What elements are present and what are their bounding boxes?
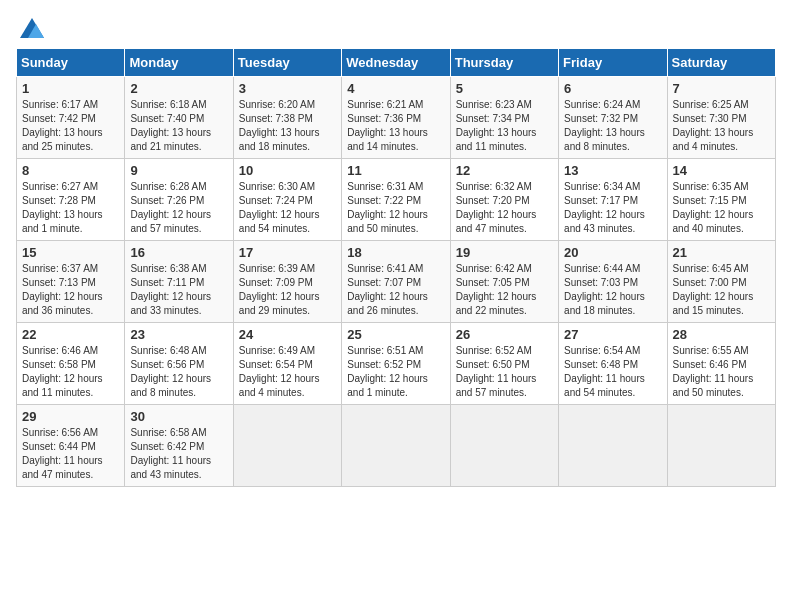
day-number: 2 [130, 81, 227, 96]
day-number: 15 [22, 245, 119, 260]
cell-content: Sunrise: 6:44 AM Sunset: 7:03 PM Dayligh… [564, 262, 661, 318]
calendar-cell: 15Sunrise: 6:37 AM Sunset: 7:13 PM Dayli… [17, 241, 125, 323]
calendar-cell [667, 405, 775, 487]
calendar-day-header: Thursday [450, 49, 558, 77]
calendar-cell: 4Sunrise: 6:21 AM Sunset: 7:36 PM Daylig… [342, 77, 450, 159]
calendar-table: SundayMondayTuesdayWednesdayThursdayFrid… [16, 48, 776, 487]
logo [16, 16, 46, 40]
day-number: 14 [673, 163, 770, 178]
day-number: 28 [673, 327, 770, 342]
calendar-cell: 5Sunrise: 6:23 AM Sunset: 7:34 PM Daylig… [450, 77, 558, 159]
cell-content: Sunrise: 6:56 AM Sunset: 6:44 PM Dayligh… [22, 426, 119, 482]
cell-content: Sunrise: 6:25 AM Sunset: 7:30 PM Dayligh… [673, 98, 770, 154]
day-number: 17 [239, 245, 336, 260]
cell-content: Sunrise: 6:46 AM Sunset: 6:58 PM Dayligh… [22, 344, 119, 400]
calendar-cell: 22Sunrise: 6:46 AM Sunset: 6:58 PM Dayli… [17, 323, 125, 405]
cell-content: Sunrise: 6:54 AM Sunset: 6:48 PM Dayligh… [564, 344, 661, 400]
cell-content: Sunrise: 6:21 AM Sunset: 7:36 PM Dayligh… [347, 98, 444, 154]
calendar-day-header: Wednesday [342, 49, 450, 77]
day-number: 27 [564, 327, 661, 342]
calendar-cell: 17Sunrise: 6:39 AM Sunset: 7:09 PM Dayli… [233, 241, 341, 323]
cell-content: Sunrise: 6:58 AM Sunset: 6:42 PM Dayligh… [130, 426, 227, 482]
cell-content: Sunrise: 6:18 AM Sunset: 7:40 PM Dayligh… [130, 98, 227, 154]
day-number: 21 [673, 245, 770, 260]
cell-content: Sunrise: 6:28 AM Sunset: 7:26 PM Dayligh… [130, 180, 227, 236]
calendar-cell: 11Sunrise: 6:31 AM Sunset: 7:22 PM Dayli… [342, 159, 450, 241]
day-number: 12 [456, 163, 553, 178]
day-number: 16 [130, 245, 227, 260]
calendar-week-row: 29Sunrise: 6:56 AM Sunset: 6:44 PM Dayli… [17, 405, 776, 487]
calendar-cell: 14Sunrise: 6:35 AM Sunset: 7:15 PM Dayli… [667, 159, 775, 241]
day-number: 22 [22, 327, 119, 342]
calendar-day-header: Sunday [17, 49, 125, 77]
page-header [16, 16, 776, 40]
day-number: 30 [130, 409, 227, 424]
day-number: 6 [564, 81, 661, 96]
calendar-cell: 1Sunrise: 6:17 AM Sunset: 7:42 PM Daylig… [17, 77, 125, 159]
calendar-cell: 20Sunrise: 6:44 AM Sunset: 7:03 PM Dayli… [559, 241, 667, 323]
calendar-cell: 23Sunrise: 6:48 AM Sunset: 6:56 PM Dayli… [125, 323, 233, 405]
cell-content: Sunrise: 6:37 AM Sunset: 7:13 PM Dayligh… [22, 262, 119, 318]
calendar-cell: 13Sunrise: 6:34 AM Sunset: 7:17 PM Dayli… [559, 159, 667, 241]
cell-content: Sunrise: 6:35 AM Sunset: 7:15 PM Dayligh… [673, 180, 770, 236]
day-number: 13 [564, 163, 661, 178]
calendar-cell: 18Sunrise: 6:41 AM Sunset: 7:07 PM Dayli… [342, 241, 450, 323]
day-number: 5 [456, 81, 553, 96]
cell-content: Sunrise: 6:48 AM Sunset: 6:56 PM Dayligh… [130, 344, 227, 400]
calendar-cell: 3Sunrise: 6:20 AM Sunset: 7:38 PM Daylig… [233, 77, 341, 159]
calendar-week-row: 15Sunrise: 6:37 AM Sunset: 7:13 PM Dayli… [17, 241, 776, 323]
cell-content: Sunrise: 6:41 AM Sunset: 7:07 PM Dayligh… [347, 262, 444, 318]
day-number: 29 [22, 409, 119, 424]
calendar-cell: 6Sunrise: 6:24 AM Sunset: 7:32 PM Daylig… [559, 77, 667, 159]
day-number: 25 [347, 327, 444, 342]
calendar-cell: 7Sunrise: 6:25 AM Sunset: 7:30 PM Daylig… [667, 77, 775, 159]
cell-content: Sunrise: 6:30 AM Sunset: 7:24 PM Dayligh… [239, 180, 336, 236]
cell-content: Sunrise: 6:24 AM Sunset: 7:32 PM Dayligh… [564, 98, 661, 154]
logo-icon [18, 16, 46, 44]
calendar-cell: 28Sunrise: 6:55 AM Sunset: 6:46 PM Dayli… [667, 323, 775, 405]
calendar-day-header: Saturday [667, 49, 775, 77]
calendar-day-header: Monday [125, 49, 233, 77]
calendar-week-row: 1Sunrise: 6:17 AM Sunset: 7:42 PM Daylig… [17, 77, 776, 159]
cell-content: Sunrise: 6:49 AM Sunset: 6:54 PM Dayligh… [239, 344, 336, 400]
cell-content: Sunrise: 6:32 AM Sunset: 7:20 PM Dayligh… [456, 180, 553, 236]
calendar-cell: 26Sunrise: 6:52 AM Sunset: 6:50 PM Dayli… [450, 323, 558, 405]
calendar-cell: 12Sunrise: 6:32 AM Sunset: 7:20 PM Dayli… [450, 159, 558, 241]
calendar-cell [233, 405, 341, 487]
day-number: 4 [347, 81, 444, 96]
calendar-week-row: 8Sunrise: 6:27 AM Sunset: 7:28 PM Daylig… [17, 159, 776, 241]
calendar-cell: 25Sunrise: 6:51 AM Sunset: 6:52 PM Dayli… [342, 323, 450, 405]
cell-content: Sunrise: 6:20 AM Sunset: 7:38 PM Dayligh… [239, 98, 336, 154]
calendar-cell: 19Sunrise: 6:42 AM Sunset: 7:05 PM Dayli… [450, 241, 558, 323]
cell-content: Sunrise: 6:39 AM Sunset: 7:09 PM Dayligh… [239, 262, 336, 318]
calendar-cell [450, 405, 558, 487]
cell-content: Sunrise: 6:51 AM Sunset: 6:52 PM Dayligh… [347, 344, 444, 400]
calendar-body: 1Sunrise: 6:17 AM Sunset: 7:42 PM Daylig… [17, 77, 776, 487]
calendar-cell: 2Sunrise: 6:18 AM Sunset: 7:40 PM Daylig… [125, 77, 233, 159]
cell-content: Sunrise: 6:38 AM Sunset: 7:11 PM Dayligh… [130, 262, 227, 318]
cell-content: Sunrise: 6:17 AM Sunset: 7:42 PM Dayligh… [22, 98, 119, 154]
calendar-cell: 8Sunrise: 6:27 AM Sunset: 7:28 PM Daylig… [17, 159, 125, 241]
cell-content: Sunrise: 6:52 AM Sunset: 6:50 PM Dayligh… [456, 344, 553, 400]
calendar-cell [559, 405, 667, 487]
cell-content: Sunrise: 6:23 AM Sunset: 7:34 PM Dayligh… [456, 98, 553, 154]
cell-content: Sunrise: 6:31 AM Sunset: 7:22 PM Dayligh… [347, 180, 444, 236]
day-number: 18 [347, 245, 444, 260]
day-number: 24 [239, 327, 336, 342]
calendar-day-header: Tuesday [233, 49, 341, 77]
calendar-week-row: 22Sunrise: 6:46 AM Sunset: 6:58 PM Dayli… [17, 323, 776, 405]
calendar-cell: 29Sunrise: 6:56 AM Sunset: 6:44 PM Dayli… [17, 405, 125, 487]
day-number: 1 [22, 81, 119, 96]
cell-content: Sunrise: 6:34 AM Sunset: 7:17 PM Dayligh… [564, 180, 661, 236]
calendar-cell: 10Sunrise: 6:30 AM Sunset: 7:24 PM Dayli… [233, 159, 341, 241]
calendar-cell: 30Sunrise: 6:58 AM Sunset: 6:42 PM Dayli… [125, 405, 233, 487]
calendar-header-row: SundayMondayTuesdayWednesdayThursdayFrid… [17, 49, 776, 77]
calendar-cell: 16Sunrise: 6:38 AM Sunset: 7:11 PM Dayli… [125, 241, 233, 323]
day-number: 9 [130, 163, 227, 178]
cell-content: Sunrise: 6:45 AM Sunset: 7:00 PM Dayligh… [673, 262, 770, 318]
cell-content: Sunrise: 6:27 AM Sunset: 7:28 PM Dayligh… [22, 180, 119, 236]
day-number: 26 [456, 327, 553, 342]
day-number: 19 [456, 245, 553, 260]
day-number: 3 [239, 81, 336, 96]
day-number: 10 [239, 163, 336, 178]
